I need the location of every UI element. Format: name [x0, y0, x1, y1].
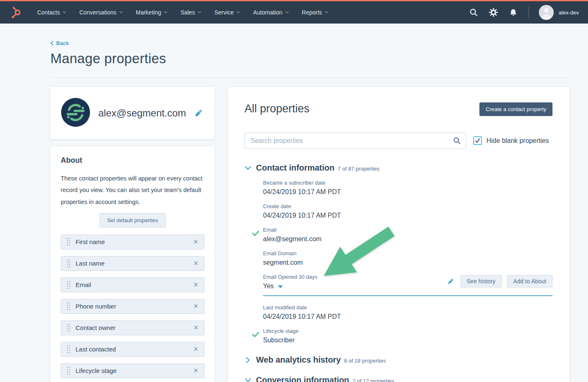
back-link[interactable]: Back	[50, 40, 69, 46]
see-history-button[interactable]: See history	[460, 275, 502, 287]
contact-information-rows: Became a subscriber date 04/24/2019 10:1…	[263, 180, 552, 344]
section-title: Web analytics history	[256, 355, 341, 365]
remove-icon[interactable]: ✕	[193, 260, 199, 267]
nav-item-marketing[interactable]: Marketing	[136, 9, 167, 16]
hide-blank-properties-toggle[interactable]: Hide blank properties	[473, 136, 549, 145]
segment-logo-avatar	[61, 98, 90, 128]
about-property-label: Email	[76, 281, 91, 288]
chevron-down-icon	[198, 9, 201, 13]
user-avatar[interactable]	[539, 5, 554, 20]
checkbox-checked-icon[interactable]	[473, 136, 482, 145]
nav-item-sales[interactable]: Sales	[180, 9, 201, 16]
remove-icon[interactable]: ✕	[193, 346, 199, 353]
remove-icon[interactable]: ✕	[193, 239, 199, 245]
right-column: All properties Create a contact property	[228, 87, 570, 382]
nav-item-label: Conversations	[79, 9, 116, 16]
left-column: alex@segment.com About These contact pro…	[50, 87, 215, 382]
property-row-create-date: Create date 04/24/2019 10:17 AM PDT	[263, 203, 552, 219]
chevron-down-icon	[164, 9, 167, 13]
about-card: About These contact properties will appe…	[50, 146, 215, 382]
property-row-became-subscriber-date: Became a subscriber date 04/24/2019 10:1…	[263, 180, 552, 196]
gear-icon[interactable]	[489, 8, 498, 17]
search-properties-input[interactable]	[244, 133, 466, 149]
nav-right-group: alex-dev	[458, 5, 579, 20]
section-header-contact-information[interactable]: Contact information 7 of 87 properties	[244, 163, 552, 173]
property-value: 04/24/2019 10:17 AM PDT	[263, 188, 552, 196]
dropdown-caret-icon[interactable]	[278, 285, 283, 288]
create-contact-property-button[interactable]: Create a contact property	[479, 102, 552, 116]
chevron-left-icon	[50, 41, 53, 45]
chevron-down-icon	[325, 9, 328, 13]
all-properties-card: All properties Create a contact property	[228, 87, 570, 382]
drag-handle-icon[interactable]	[66, 237, 70, 246]
bell-icon[interactable]	[509, 8, 518, 17]
about-property-lifecycle-stage[interactable]: Lifecycle stage ✕	[61, 363, 204, 378]
nav-item-label: Sales	[180, 9, 195, 16]
section-header-web-analytics-history[interactable]: Web analytics history 8 of 18 properties	[244, 355, 552, 365]
search-properties-box	[244, 133, 466, 149]
search-icon[interactable]	[469, 8, 478, 17]
all-properties-title: All properties	[244, 102, 310, 115]
section-title: Contact information	[256, 163, 334, 173]
contact-email: alex@segment.com	[98, 107, 186, 119]
property-label: Last modified date	[263, 304, 552, 311]
drag-handle-icon[interactable]	[66, 302, 70, 311]
set-default-properties-button[interactable]: Set default properties	[100, 213, 166, 228]
about-property-label: Last contacted	[76, 346, 116, 353]
nav-item-reports[interactable]: Reports	[302, 9, 328, 16]
property-row-last-modified-date: Last modified date 04/24/2019 10:17 AM P…	[263, 304, 552, 320]
drag-handle-icon[interactable]	[66, 259, 70, 268]
about-property-email[interactable]: Email ✕	[61, 278, 204, 292]
nav-item-automation[interactable]: Automation	[253, 9, 288, 16]
hide-blank-label: Hide blank properties	[486, 137, 549, 145]
property-value: segment.com	[263, 259, 552, 266]
back-label: Back	[56, 40, 69, 46]
chevron-down-icon	[237, 9, 240, 13]
edit-property-pencil-icon[interactable]	[448, 278, 454, 285]
nav-username[interactable]: alex-dev	[559, 9, 579, 16]
chevron-down-icon	[63, 9, 66, 13]
section-title: Conversion information	[256, 375, 349, 382]
remove-icon[interactable]: ✕	[193, 282, 199, 288]
nav-item-service[interactable]: Service	[214, 9, 239, 16]
property-label: Email	[263, 227, 552, 233]
chevron-down-icon[interactable]	[244, 378, 251, 382]
nav-divider	[529, 7, 529, 18]
section-count: 7 of 87 properties	[338, 166, 379, 172]
about-property-first-name[interactable]: First name ✕	[61, 235, 204, 249]
property-value-dropdown[interactable]: Yes	[263, 282, 274, 290]
property-value: 04/24/2019 10:17 AM PDT	[263, 313, 552, 320]
property-value: Subscriber	[263, 337, 552, 344]
chevron-down-icon	[119, 9, 123, 13]
about-property-phone-number[interactable]: Phone number ✕	[61, 299, 204, 314]
drag-handle-icon[interactable]	[66, 280, 70, 289]
remove-icon[interactable]: ✕	[193, 303, 199, 310]
add-to-about-button[interactable]: Add to About	[507, 275, 552, 287]
property-row-email-opened-30-days: Email Opened 30 days Yes	[263, 274, 552, 296]
top-nav: Contacts Conversations Marketing Sales S…	[0, 0, 588, 24]
drag-handle-icon[interactable]	[66, 366, 70, 375]
edit-email-pencil-icon[interactable]	[194, 109, 203, 117]
nav-item-contacts[interactable]: Contacts	[37, 9, 66, 16]
hubspot-logo-icon[interactable]	[10, 6, 21, 19]
drag-handle-icon[interactable]	[66, 345, 70, 354]
about-property-last-name[interactable]: Last name ✕	[61, 256, 204, 271]
chevron-down-icon[interactable]	[244, 166, 251, 170]
section-header-conversion-information[interactable]: Conversion information 2 of 12 propertie…	[244, 375, 552, 382]
property-label: Became a subscriber date	[263, 180, 552, 186]
about-property-last-contacted[interactable]: Last contacted ✕	[61, 342, 204, 357]
search-icon[interactable]	[453, 137, 461, 146]
property-value: alex@segment.com	[263, 235, 552, 243]
about-property-label: Contact owner	[76, 324, 116, 331]
about-property-label: First name	[76, 238, 105, 245]
remove-icon[interactable]: ✕	[193, 325, 199, 331]
chevron-right-icon[interactable]	[244, 358, 251, 362]
about-description: These contact properties will appear on …	[61, 173, 204, 208]
nav-item-conversations[interactable]: Conversations	[79, 9, 122, 16]
remove-icon[interactable]: ✕	[193, 368, 199, 374]
drag-handle-icon[interactable]	[66, 323, 70, 332]
about-property-contact-owner[interactable]: Contact owner ✕	[61, 320, 204, 335]
page-body: Back Manage properties	[0, 24, 588, 382]
title-divider	[50, 77, 570, 78]
nav-item-label: Reports	[302, 9, 322, 16]
